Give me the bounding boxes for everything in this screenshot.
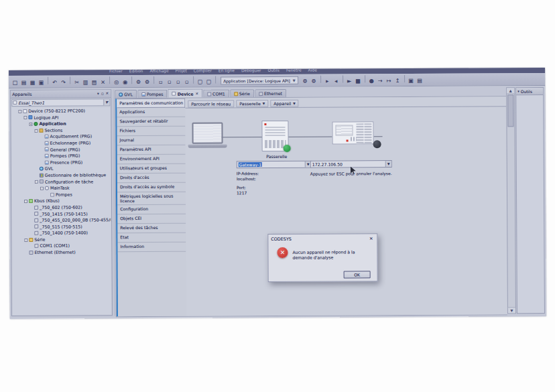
- bookmark-next-icon[interactable]: ▫: [166, 78, 173, 86]
- device-nav-param-tres-api[interactable]: Paramètres API: [117, 145, 186, 155]
- logout-icon[interactable]: ◂: [332, 78, 340, 85]
- open-project-icon[interactable]: ▤: [20, 79, 27, 86]
- menu-aide[interactable]: Aide: [308, 68, 317, 74]
- tree-item-750-455-020-000-0b-750-455-020-000[interactable]: _750_455_020_000_0B (750-455/020-000): [12, 216, 111, 223]
- device-nav-sauvegarder-et-r-tablir[interactable]: Sauvegarder et rétablir: [117, 117, 185, 127]
- device-combo[interactable]: 172.27.106.50 ▼: [310, 160, 392, 168]
- pane-menu-icon[interactable]: ▾: [97, 90, 100, 96]
- compile-icon[interactable]: ⚙: [302, 78, 309, 85]
- expander-icon[interactable]: -: [18, 110, 21, 113]
- cut-icon[interactable]: ✂: [73, 79, 80, 86]
- dialog-title-bar[interactable]: CODESYS ✕: [268, 234, 377, 243]
- print-icon[interactable]: ▣: [38, 79, 45, 86]
- undo-icon[interactable]: ↶: [51, 79, 58, 86]
- step-into-icon[interactable]: ↦: [385, 77, 393, 84]
- device-menu-button[interactable]: Appareil ▼: [270, 99, 299, 107]
- gateway-menu-button[interactable]: Passerelle ▼: [236, 100, 268, 107]
- device-menu-label: Appareil: [273, 101, 291, 105]
- tab-pompes[interactable]: Pompes: [137, 90, 168, 98]
- new-object-icon[interactable]: ▢: [196, 78, 204, 86]
- expander-icon[interactable]: -: [35, 180, 38, 184]
- device-nav-utilisateurs-et-groupes[interactable]: Utilisateurs et groupes: [117, 164, 186, 174]
- expander-icon[interactable]: -: [40, 187, 44, 190]
- build-icon[interactable]: ⚙: [135, 78, 142, 86]
- project-combo-arrow-icon[interactable]: ▼: [103, 99, 109, 105]
- find-icon[interactable]: ◎: [113, 78, 120, 86]
- menu-outils[interactable]: Outils: [268, 68, 280, 74]
- device-nav-param-tres-de-communication[interactable]: Paramètres de communication: [117, 99, 185, 109]
- scroll-down-icon[interactable]: ▼: [508, 307, 515, 313]
- active-application-combo[interactable]: Application [Device: Logique API] ▼: [221, 76, 298, 85]
- project-root-row[interactable]: Essai_Theo1 ▼: [11, 99, 110, 107]
- pane-close-icon[interactable]: ✕: [105, 90, 110, 96]
- login-icon[interactable]: ▸: [324, 78, 331, 85]
- menu-projet[interactable]: Projet: [176, 68, 187, 75]
- menu-en-ligne[interactable]: En ligne: [219, 68, 235, 75]
- device-nav-droits-d-acc-s[interactable]: Droits d'accès: [117, 174, 186, 184]
- step-over-icon[interactable]: →: [377, 77, 384, 84]
- vertical-scrollbar[interactable]: ▲ ▼: [506, 87, 516, 314]
- expander-icon[interactable]: -: [24, 239, 27, 242]
- bookmark-clear-icon[interactable]: ▫: [183, 78, 190, 86]
- device-nav-objets-cei[interactable]: Objets CEI: [117, 214, 186, 224]
- reset-icon[interactable]: ▣: [408, 77, 415, 84]
- ok-button[interactable]: OK: [344, 271, 371, 278]
- expander-icon[interactable]: -: [29, 123, 32, 126]
- start-icon[interactable]: ►: [346, 77, 353, 84]
- device-nav-configuration[interactable]: Configuration: [117, 205, 186, 215]
- bookmark-prev-icon[interactable]: ▫: [174, 78, 182, 86]
- pane-float-icon[interactable]: ▫: [101, 90, 105, 96]
- close-tab-icon[interactable]: ✕: [195, 92, 198, 96]
- delete-icon[interactable]: ✕: [99, 78, 107, 86]
- generate-code-icon[interactable]: ⚙: [310, 78, 318, 85]
- redo-icon[interactable]: ↷: [60, 79, 67, 86]
- step-out-icon[interactable]: ↥: [394, 77, 402, 84]
- stop-icon[interactable]: ■: [355, 77, 362, 84]
- scroll-up-icon[interactable]: ▲: [507, 88, 514, 94]
- breakpoint-icon[interactable]: ●: [368, 77, 375, 84]
- device-nav-droits-d-acc-s-au-symbole[interactable]: Droits d'accès au symbole: [117, 183, 186, 193]
- close-icon[interactable]: ✕: [368, 236, 374, 241]
- menu-affichage[interactable]: Affichage: [149, 68, 168, 75]
- bookmark-toggle-icon[interactable]: ▫: [157, 78, 164, 86]
- save-icon[interactable]: ▦: [29, 79, 36, 86]
- paste-icon[interactable]: ▤: [90, 78, 98, 86]
- menu-fichier[interactable]: Fichier: [109, 68, 123, 75]
- device-nav-fichiers[interactable]: Fichiers: [117, 127, 185, 137]
- browse-network-button[interactable]: Parcourir le réseau: [188, 100, 234, 107]
- edit-object-icon[interactable]: ▢: [205, 78, 212, 86]
- rebuild-icon[interactable]: ⚙: [143, 78, 151, 86]
- menu-fen-tre[interactable]: Fenêtre: [286, 68, 302, 74]
- chevron-down-icon[interactable]: ▼: [385, 161, 391, 167]
- replace-icon[interactable]: ◉: [121, 78, 129, 86]
- expander-icon[interactable]: -: [34, 129, 38, 132]
- tab-com1[interactable]: COM1: [203, 89, 229, 97]
- copy-icon[interactable]: ▥: [82, 78, 89, 86]
- tree-item-gestionnaire-de-biblioth-que[interactable]: Gestionnaire de bibliothèque: [12, 172, 111, 178]
- menu-edition[interactable]: Edition: [129, 68, 143, 75]
- tab-gvl[interactable]: GVL: [115, 90, 137, 98]
- expander-icon[interactable]: -: [23, 116, 27, 119]
- device-nav-m-triques-logicielles-sous-licence[interactable]: Métriques logicielles sous licence: [117, 192, 186, 206]
- device-nav-relev-des-t-ches[interactable]: Relevé des tâches: [117, 224, 186, 234]
- device-nav-environnement-api[interactable]: Environnement API: [117, 155, 186, 165]
- flow-control-icon[interactable]: ▤: [416, 77, 424, 84]
- tree-item-ethernet-ethernet[interactable]: Ethernet (Ethernet): [12, 249, 111, 255]
- device-nav-information[interactable]: Information: [117, 243, 186, 253]
- device-nav-journal[interactable]: Journal: [117, 136, 186, 146]
- tab-device[interactable]: Device✕: [168, 89, 202, 98]
- device-nav-applications[interactable]: Applications: [117, 108, 185, 118]
- gateway-combo[interactable]: Gateway-1 ▼: [237, 161, 312, 169]
- new-file-icon[interactable]: □: [11, 79, 19, 86]
- tab-s-rie[interactable]: Série: [230, 89, 254, 97]
- menu-compiler[interactable]: Compiler: [194, 68, 212, 75]
- tools-panel-header[interactable]: ▾ Outils: [516, 88, 543, 95]
- plc-device-icon[interactable]: [332, 121, 373, 144]
- scrollbar-thumb[interactable]: [507, 94, 513, 127]
- tab-ethernet[interactable]: Ethernet: [255, 89, 286, 97]
- device-nav-etat[interactable]: Etat: [117, 233, 186, 243]
- menu-d-boguer[interactable]: Déboguer: [241, 68, 261, 74]
- codesys-window: FichierEditionAffichageProjetCompilerEn …: [9, 68, 546, 319]
- expander-icon[interactable]: -: [24, 200, 27, 203]
- tools-panel-title: Outils: [521, 89, 532, 94]
